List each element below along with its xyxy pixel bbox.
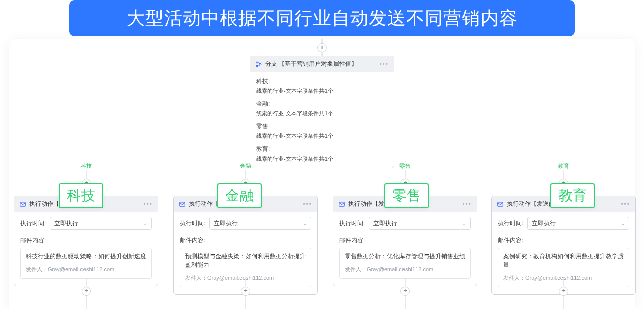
svg-point-0 xyxy=(256,62,258,63)
exec-time-label: 执行时间: xyxy=(339,219,365,228)
branch-icon xyxy=(255,61,262,68)
exec-time-value: 立即执行 xyxy=(54,219,78,228)
chevron-down-icon: ⌄ xyxy=(143,221,147,226)
chevron-down-icon: ⌄ xyxy=(462,221,466,226)
mail-content-box: 科技行业的数据驱动策略：如何提升创新速度 发件人：Gray@email.cesh… xyxy=(20,248,152,279)
add-node-button[interactable] xyxy=(317,43,327,52)
exec-time-select[interactable]: 立即执行 ⌄ xyxy=(209,217,311,230)
branch-condition: 金融: 线索的行业-文本字段条件共1个 xyxy=(256,100,388,117)
exec-time-label: 执行时间: xyxy=(498,219,523,228)
add-node-button[interactable] xyxy=(241,287,250,296)
branch-edge-label: 金融 xyxy=(239,162,252,170)
condition-desc: 线索的行业-文本字段条件共1个 xyxy=(256,132,388,140)
page-title: 大型活动中根据不同行业自动发送不同营销内容 xyxy=(127,6,518,31)
branch-badge: 科技 xyxy=(59,183,103,208)
action-more-button[interactable]: ••• xyxy=(143,201,153,208)
exec-time-label: 执行时间: xyxy=(20,219,46,228)
branch-header: 分支 【基于营销用户对象属性值】 ••• xyxy=(250,56,394,72)
condition-label: 零售: xyxy=(256,122,388,131)
add-node-button[interactable] xyxy=(82,287,91,296)
mail-content-box: 零售数据分析：优化库存管理与提升销售业绩 发件人：Gray@email.cesh… xyxy=(339,248,471,279)
branch-condition: 零售: 线索的行业-文本字段条件共1个 xyxy=(256,122,388,140)
chevron-down-icon: ⌄ xyxy=(303,221,307,226)
action-more-button[interactable]: ••• xyxy=(303,201,312,208)
condition-label: 科技: xyxy=(256,77,388,86)
mail-icon xyxy=(179,201,186,208)
chevron-down-icon: ⌄ xyxy=(621,221,625,226)
branch-edge-label: 科技 xyxy=(79,162,93,170)
mail-subject: 案例研究：教育机构如何利用数据提升教学质量 xyxy=(503,252,624,269)
exec-time-value: 立即执行 xyxy=(214,219,238,228)
branch-more-button[interactable]: ••• xyxy=(379,61,389,68)
content-label: 邮件内容: xyxy=(180,236,311,245)
content-label: 邮件内容: xyxy=(498,236,629,245)
add-node-button[interactable] xyxy=(400,287,410,296)
exec-time-select[interactable]: 立即执行 ⌄ xyxy=(527,217,629,230)
branch-edge-label: 教育 xyxy=(557,162,570,170)
mail-subject: 预测模型与金融决策：如何利用数据分析提升盈利能力 xyxy=(185,252,306,269)
exec-time-select[interactable]: 立即执行 ⌄ xyxy=(369,217,471,230)
branch-title: 分支 【基于营销用户对象属性值】 xyxy=(265,60,357,68)
branch-badge: 金融 xyxy=(217,183,262,208)
svg-point-1 xyxy=(256,65,258,67)
connector xyxy=(86,161,564,161)
mail-subject: 零售数据分析：优化库存管理与提升销售业绩 xyxy=(345,252,465,261)
action-card[interactable]: 执行动作【发 ••• 执行时间: 立即执行 ⌄ 邮件内容: 科技行业的数据驱动策… xyxy=(14,196,158,286)
branch-badge: 教育 xyxy=(550,183,595,208)
mail-icon xyxy=(338,201,345,208)
mail-sender: 发件人：Gray@email.ceshi112.com xyxy=(26,266,146,273)
condition-desc: 线索的行业-文本字段条件共1个 xyxy=(256,110,388,117)
page-title-banner: 大型活动中根据不同行业自动发送不同营销内容 xyxy=(69,0,575,36)
branch-edge-label: 零售 xyxy=(398,162,412,170)
branch-badge: 零售 xyxy=(384,183,429,208)
branch-condition: 科技: 线索的行业-文本字段条件共1个 xyxy=(256,77,388,95)
action-more-button[interactable]: ••• xyxy=(462,201,472,208)
exec-time-select[interactable]: 立即执行 ⌄ xyxy=(50,217,152,230)
condition-label: 教育: xyxy=(256,145,388,153)
mail-icon xyxy=(497,201,504,208)
connector xyxy=(322,52,323,56)
content-label: 邮件内容: xyxy=(339,236,471,245)
branch-body: 科技: 线索的行业-文本字段条件共1个 金融: 线索的行业-文本字段条件共1个 … xyxy=(250,72,394,168)
exec-time-value: 立即执行 xyxy=(532,219,556,228)
mail-sender: 发件人：Gray@email.ceshi112.com xyxy=(345,266,465,273)
exec-time-label: 执行时间: xyxy=(180,219,205,228)
condition-label: 金融: xyxy=(256,100,388,108)
action-card[interactable]: 执行动作【发送 ••• 执行时间: 立即执行 ⌄ 邮件内容: 零售数据分析：优化… xyxy=(333,196,477,286)
content-label: 邮件内容: xyxy=(20,236,152,245)
mail-subject: 科技行业的数据驱动策略：如何提升创新速度 xyxy=(26,252,146,261)
action-more-button[interactable]: ••• xyxy=(621,201,630,208)
add-node-button[interactable] xyxy=(559,287,568,296)
connector xyxy=(322,157,323,161)
condition-desc: 线索的行业-文本字段条件共1个 xyxy=(256,87,388,95)
mail-icon xyxy=(19,201,26,208)
exec-time-value: 立即执行 xyxy=(373,219,397,228)
branch-node[interactable]: 分支 【基于营销用户对象属性值】 ••• 科技: 线索的行业-文本字段条件共1个… xyxy=(250,56,394,168)
